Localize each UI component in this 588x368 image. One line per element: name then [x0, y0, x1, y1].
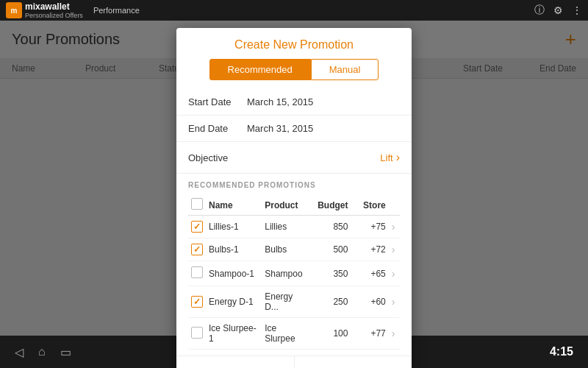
- info-icon[interactable]: ⓘ: [534, 4, 545, 17]
- main-area: Your Promotions + Name Product Status St…: [0, 21, 588, 336]
- recommended-title: RECOMMENDED PROMOTIONS: [188, 181, 400, 189]
- chevron-right-icon: ›: [392, 244, 395, 255]
- row-checkbox-cell: [188, 286, 206, 318]
- chevron-right-icon: ›: [392, 268, 395, 280]
- col-name-header: Name: [206, 195, 262, 216]
- promo-budget-3: 250: [312, 286, 351, 318]
- promo-product-3: Energy D...: [262, 286, 312, 318]
- promo-product-4: Ice Slurpee: [262, 318, 312, 350]
- cancel-button[interactable]: Cancel: [176, 356, 295, 368]
- recommended-section: RECOMMENDED PROMOTIONS Name Product Budg…: [176, 174, 412, 353]
- promo-arrow-4[interactable]: ›: [389, 318, 400, 350]
- chevron-right-icon: ›: [392, 221, 395, 233]
- time-display: 4:15: [550, 345, 573, 358]
- objective-value-area: Lift ›: [380, 151, 400, 164]
- promo-product-2: Shampoo: [262, 261, 312, 286]
- promo-name-2: Shampoo-1: [206, 261, 262, 286]
- table-row: Lillies-1 Lillies 850 +75 ›: [188, 216, 400, 238]
- promo-store-3: +60: [351, 286, 388, 318]
- row-checkbox-cell: [188, 318, 206, 350]
- col-product-header: Product: [262, 195, 312, 216]
- end-date-row: End Date March 31, 2015: [176, 116, 412, 142]
- promo-arrow-2[interactable]: ›: [389, 261, 400, 286]
- col-budget-header: Budget: [312, 195, 351, 216]
- promo-store-2: +65: [351, 261, 388, 286]
- logo-text-area: mixawallet Personalized Offers: [25, 1, 83, 19]
- gear-icon[interactable]: ⚙: [553, 4, 563, 16]
- nav-buttons: ◁ ⌂ ▭: [15, 345, 71, 359]
- promotions-table: Name Product Budget Store Lillies-1 Lill…: [188, 195, 400, 350]
- promo-budget-2: 350: [312, 261, 351, 286]
- start-date-label: Start Date: [188, 96, 247, 107]
- promo-checkbox-4[interactable]: [191, 327, 203, 339]
- promo-product-1: Bulbs: [262, 238, 312, 261]
- promo-product-0: Lillies: [262, 216, 312, 238]
- objective-row[interactable]: Objective Lift ›: [176, 142, 412, 174]
- modal-footer: Cancel Accept: [176, 355, 412, 368]
- system-bar: m mixawallet Personalized Offers Perform…: [0, 0, 588, 21]
- col-check-header: [188, 195, 206, 216]
- table-row: Ice Slurpee-1 Ice Slurpee 100 +77 ›: [188, 318, 400, 350]
- nav-performance[interactable]: Performance: [87, 6, 146, 15]
- promo-checkbox-0[interactable]: [191, 221, 203, 233]
- end-date-value[interactable]: March 31, 2015: [247, 123, 313, 134]
- recents-icon[interactable]: ▭: [60, 345, 71, 359]
- tab-manual[interactable]: Manual: [311, 59, 379, 80]
- accept-button[interactable]: Accept: [295, 356, 412, 368]
- promo-store-0: +75: [351, 216, 388, 238]
- chevron-right-icon: ›: [392, 328, 395, 339]
- promo-name-0: Lillies-1: [206, 216, 262, 238]
- objective-label: Objective: [188, 152, 228, 163]
- objective-value: Lift: [380, 152, 392, 163]
- promo-name-4: Ice Slurpee-1: [206, 318, 262, 350]
- promo-checkbox-2[interactable]: [191, 266, 203, 278]
- promo-store-4: +77: [351, 318, 388, 350]
- promo-arrow-0[interactable]: ›: [389, 216, 400, 238]
- row-checkbox-cell: [188, 261, 206, 286]
- promo-budget-0: 850: [312, 216, 351, 238]
- logo: m mixawallet Personalized Offers: [6, 1, 83, 19]
- chevron-right-icon: ›: [392, 296, 395, 308]
- select-all-checkbox[interactable]: [191, 198, 203, 210]
- promo-budget-1: 500: [312, 238, 351, 261]
- logo-icon: m: [6, 2, 22, 18]
- start-date-value[interactable]: March 15, 2015: [247, 96, 313, 107]
- row-checkbox-cell: [188, 238, 206, 261]
- promo-budget-4: 100: [312, 318, 351, 350]
- modal-tabs: Recommended Manual: [176, 59, 412, 89]
- row-checkbox-cell: [188, 216, 206, 238]
- logo-sub: Personalized Offers: [25, 12, 83, 19]
- promo-store-1: +72: [351, 238, 388, 261]
- table-row: Energy D-1 Energy D... 250 +60 ›: [188, 286, 400, 318]
- more-icon[interactable]: ⋮: [572, 4, 582, 16]
- logo-text: mixawallet: [25, 1, 83, 12]
- col-arrow-header: [389, 195, 400, 216]
- create-promotion-modal: Create New Promotion Recommended Manual …: [176, 28, 412, 368]
- chevron-right-icon: ›: [396, 151, 400, 164]
- tab-recommended[interactable]: Recommended: [209, 59, 311, 80]
- table-row: Shampoo-1 Shampoo 350 +65 ›: [188, 261, 400, 286]
- promo-checkbox-1[interactable]: [191, 244, 203, 255]
- promo-checkbox-3[interactable]: [191, 296, 203, 308]
- promo-arrow-1[interactable]: ›: [389, 238, 400, 261]
- home-icon[interactable]: ⌂: [38, 345, 46, 359]
- promo-arrow-3[interactable]: ›: [389, 286, 400, 318]
- back-icon[interactable]: ◁: [15, 345, 24, 359]
- end-date-label: End Date: [188, 123, 247, 134]
- promo-name-3: Energy D-1: [206, 286, 262, 318]
- promo-name-1: Bulbs-1: [206, 238, 262, 261]
- modal-overlay: Create New Promotion Recommended Manual …: [0, 21, 588, 336]
- table-row: Bulbs-1 Bulbs 500 +72 ›: [188, 238, 400, 261]
- logo-nav-area: m mixawallet Personalized Offers Perform…: [6, 1, 146, 19]
- system-icons: ⓘ ⚙ ⋮: [534, 4, 582, 17]
- modal-title: Create New Promotion: [176, 28, 412, 59]
- col-store-header: Store: [351, 195, 388, 216]
- start-date-row: Start Date March 15, 2015: [176, 89, 412, 116]
